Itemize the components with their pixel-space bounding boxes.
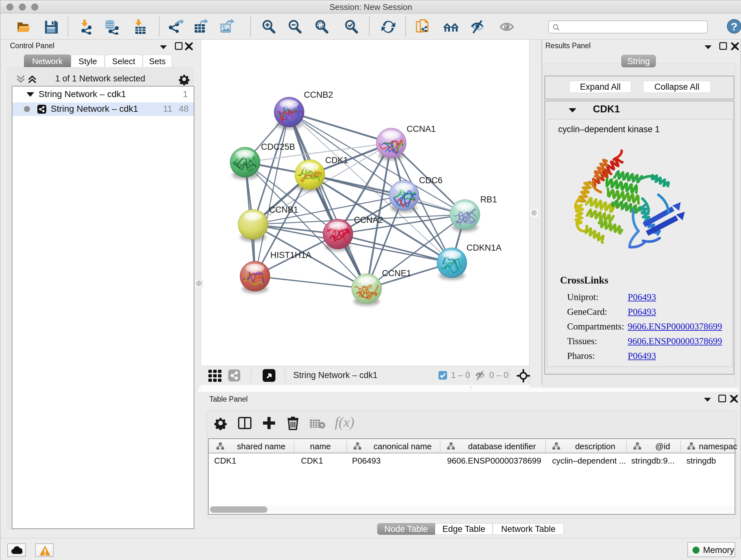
svg-text:CDK1: CDK1 bbox=[325, 155, 348, 165]
svg-text:CDC25B: CDC25B bbox=[261, 142, 295, 152]
svg-text:CCNB2: CCNB2 bbox=[304, 90, 333, 100]
svg-text:CDC6: CDC6 bbox=[419, 176, 443, 185]
svg-text:RB1: RB1 bbox=[480, 195, 497, 204]
svg-text:CCNA2: CCNA2 bbox=[354, 215, 383, 225]
svg-text:HIST1H1A: HIST1H1A bbox=[270, 250, 312, 260]
svg-text:CCNB1: CCNB1 bbox=[269, 205, 298, 214]
svg-text:CCNE1: CCNE1 bbox=[382, 268, 411, 278]
svg-text:CDKN1A: CDKN1A bbox=[467, 243, 502, 253]
svg-text:CCNA1: CCNA1 bbox=[407, 124, 436, 134]
